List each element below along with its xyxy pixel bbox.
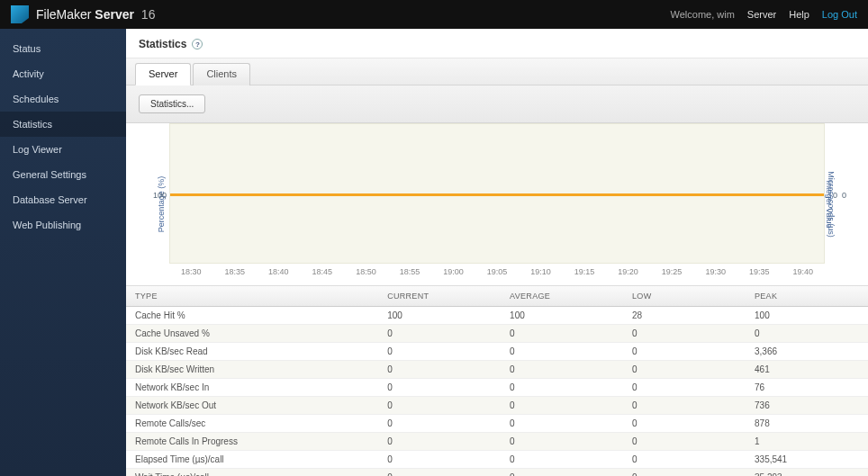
cell-low: 28 <box>623 307 746 325</box>
sidebar-item-schedules[interactable]: Schedules <box>0 86 126 112</box>
welcome-text: Welcome, wim <box>671 9 735 20</box>
statistics-button[interactable]: Statistics... <box>139 94 205 113</box>
table-row[interactable]: Disk KB/sec Written000461 <box>126 361 868 379</box>
xaxis-tick: 19:35 <box>737 267 782 285</box>
cell-current: 0 <box>378 415 501 433</box>
cell-type: Network KB/sec In <box>126 379 378 397</box>
brand: FileMaker Server 16 <box>11 5 155 23</box>
cell-current: 0 <box>378 361 501 379</box>
table-row[interactable]: Remote Calls/sec000878 <box>126 415 868 433</box>
sidebar-item-database-server[interactable]: Database Server <box>0 187 126 212</box>
cell-average: 0 <box>501 451 623 469</box>
xaxis-tick: 19:00 <box>431 267 475 285</box>
cell-peak: 100 <box>746 307 868 325</box>
xaxis-tick: 19:20 <box>606 267 650 285</box>
xaxis-tick: 19:05 <box>475 267 520 285</box>
sidebar-item-log-viewer[interactable]: Log Viewer <box>0 137 126 162</box>
cell-low: 0 <box>623 433 746 451</box>
cell-average: 0 <box>501 379 623 397</box>
stats-table-wrap: TYPE CURRENT AVERAGE LOW PEAK Cache Hit … <box>126 285 868 476</box>
xaxis-tick: 18:45 <box>301 267 345 285</box>
cell-low: 0 <box>623 397 746 415</box>
cell-peak: 736 <box>746 397 868 415</box>
cell-average: 0 <box>501 397 623 415</box>
xaxis-tick: 19:30 <box>693 267 737 285</box>
xaxis-tick: 19:10 <box>519 267 563 285</box>
cell-average: 0 <box>501 343 623 361</box>
cell-type: Cache Hit % <box>126 307 378 325</box>
cell-average: 0 <box>501 415 623 433</box>
th-type[interactable]: TYPE <box>126 286 378 307</box>
top-right: Welcome, wim Server Help Log Out <box>671 9 857 20</box>
table-row[interactable]: Disk KB/sec Read0003,366 <box>126 343 868 361</box>
yaxis-right-ticks: 0 0 <box>834 123 850 264</box>
cell-type: Disk KB/sec Read <box>126 343 378 361</box>
th-peak[interactable]: PEAK <box>746 286 868 307</box>
table-row[interactable]: Cache Hit %10010028100 <box>126 307 868 325</box>
logout-link[interactable]: Log Out <box>822 9 857 20</box>
server-link[interactable]: Server <box>747 9 776 20</box>
table-header-row: TYPE CURRENT AVERAGE LOW PEAK <box>126 286 868 307</box>
ytick-right-0b: 0 <box>842 191 846 200</box>
table-row[interactable]: Cache Unsaved %0000 <box>126 325 868 343</box>
xaxis-tick: 19:15 <box>563 267 607 285</box>
cell-type: Cache Unsaved % <box>126 325 378 343</box>
cell-type: Remote Calls In Progress <box>126 433 378 451</box>
th-current[interactable]: CURRENT <box>378 286 501 307</box>
tabstrip: Server Clients <box>126 58 868 85</box>
tab-clients[interactable]: Clients <box>193 63 250 85</box>
cell-peak: 0 <box>746 325 868 343</box>
toolbar: Statistics... <box>126 85 868 123</box>
cell-type: Wait Time (µs)/call <box>126 469 378 477</box>
cell-peak: 76 <box>746 379 868 397</box>
cell-current: 0 <box>378 325 501 343</box>
cell-low: 0 <box>623 361 746 379</box>
cell-current: 0 <box>378 469 501 477</box>
chart-plot-area <box>169 123 825 264</box>
filemaker-icon <box>11 5 29 23</box>
help-link[interactable]: Help <box>789 9 809 20</box>
table-row[interactable]: Network KB/sec Out000736 <box>126 397 868 415</box>
yaxis-left-ticks: 100 <box>144 123 160 264</box>
cell-peak: 35,293 <box>746 469 868 477</box>
cell-current: 0 <box>378 343 501 361</box>
cell-low: 0 <box>623 469 746 477</box>
sidebar-item-general-settings[interactable]: General Settings <box>0 162 126 187</box>
ytick-right-0a: 0 <box>833 191 837 200</box>
cell-peak: 461 <box>746 361 868 379</box>
chart: Percentage (%) Integer Value Microsecond… <box>139 123 855 285</box>
brand-name-heavy: Server <box>95 7 134 22</box>
xaxis-tick: 18:40 <box>257 267 301 285</box>
tab-server[interactable]: Server <box>135 63 191 85</box>
cell-current: 0 <box>378 433 501 451</box>
th-average[interactable]: AVERAGE <box>501 286 623 307</box>
cell-current: 0 <box>378 451 501 469</box>
cell-average: 0 <box>501 361 623 379</box>
xaxis-tick: 18:35 <box>213 267 258 285</box>
cell-peak: 1 <box>746 433 868 451</box>
table-row[interactable]: Wait Time (µs)/call00035,293 <box>126 469 868 477</box>
table-row[interactable]: Elapsed Time (µs)/call000335,541 <box>126 451 868 469</box>
xaxis-tick: 18:50 <box>344 267 388 285</box>
sidebar-item-web-publishing[interactable]: Web Publishing <box>0 212 126 238</box>
main: Statistics ? Server Clients Statistics..… <box>126 29 868 476</box>
table-row[interactable]: Network KB/sec In00076 <box>126 379 868 397</box>
table-row[interactable]: Remote Calls In Progress0001 <box>126 433 868 451</box>
cell-type: Disk KB/sec Written <box>126 361 378 379</box>
sidebar-item-activity[interactable]: Activity <box>0 61 126 86</box>
xaxis-tick: 18:55 <box>388 267 432 285</box>
stats-table: TYPE CURRENT AVERAGE LOW PEAK Cache Hit … <box>126 286 868 476</box>
sidebar-item-statistics[interactable]: Statistics <box>0 112 126 137</box>
cell-type: Elapsed Time (µs)/call <box>126 451 378 469</box>
cell-peak: 335,541 <box>746 451 868 469</box>
th-low[interactable]: LOW <box>623 286 746 307</box>
ytick-left-100: 100 <box>153 191 167 200</box>
cell-peak: 3,366 <box>746 343 868 361</box>
topbar: FileMaker Server 16 Welcome, wim Server … <box>0 0 868 29</box>
brand-name-light: FileMaker <box>36 7 91 22</box>
cell-current: 0 <box>378 379 501 397</box>
sidebar-item-status[interactable]: Status <box>0 36 126 61</box>
help-icon[interactable]: ? <box>192 39 203 49</box>
cell-average: 0 <box>501 325 623 343</box>
cell-type: Network KB/sec Out <box>126 397 378 415</box>
